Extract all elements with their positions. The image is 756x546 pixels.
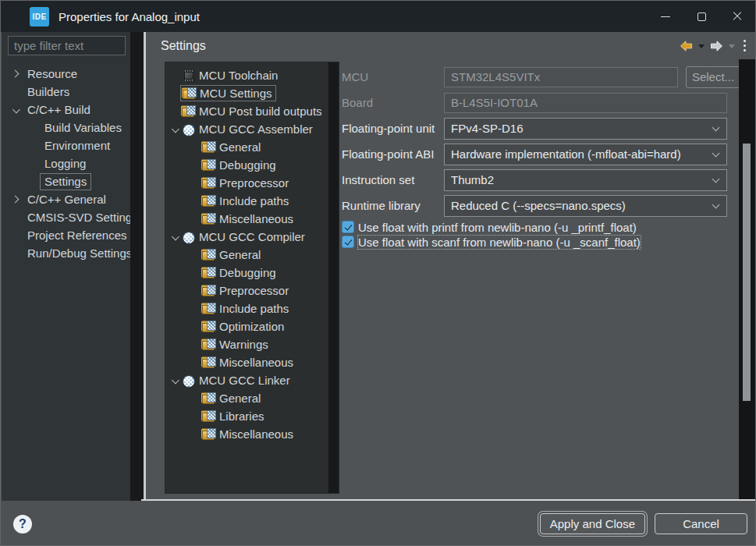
floating-point-unit-select[interactable]: FPv4-SP-D16 — [444, 118, 727, 140]
chevron-down-icon — [712, 124, 720, 132]
tree-item-compiler-warnings[interactable]: Warnings — [165, 335, 329, 353]
properties-dialog: IDE Properties for Analog_input Resource… — [0, 0, 756, 546]
sidebar-item-resource[interactable]: Resource — [2, 65, 130, 83]
question-mark-icon: ? — [19, 517, 27, 531]
printf-float-checkbox[interactable] — [342, 221, 354, 233]
wheel-icon — [182, 231, 196, 243]
content-scrollbar-track[interactable] — [739, 59, 755, 499]
content-scrollbar-thumb[interactable] — [743, 144, 751, 401]
chevron-right-icon[interactable] — [12, 70, 20, 78]
back-history-dropdown-icon[interactable] — [698, 44, 705, 48]
wheel-icon — [182, 374, 196, 387]
fabi-label: Floating-point ABI — [342, 144, 434, 165]
close-icon — [732, 11, 743, 22]
forward-arrow-icon[interactable] — [710, 40, 723, 52]
runtime-library-select[interactable]: Reduced C (--specs=nano.specs) — [444, 195, 727, 217]
scanf-float-checkbox[interactable] — [342, 236, 354, 248]
cancel-button[interactable]: Cancel — [655, 513, 747, 534]
tree-item-assembler-include-paths[interactable]: Include paths — [165, 192, 329, 210]
filter-input[interactable] — [8, 36, 126, 55]
printf-float-label: Use float with printf from newlib-nano (… — [358, 221, 637, 234]
tree-item-compiler-optimization[interactable]: Optimization — [165, 317, 329, 335]
tree-item-compiler-miscellaneous[interactable]: Miscellaneous — [165, 353, 329, 371]
chevron-right-icon[interactable] — [12, 196, 20, 204]
board-field: B-L4S5I-IOT01A — [444, 93, 727, 113]
minimize-button[interactable] — [648, 1, 683, 32]
board-label: Board — [342, 93, 373, 113]
tree-item-mcu-post-build[interactable]: MCU Post build outputs — [165, 102, 329, 120]
sidebar-item-project-references[interactable]: Project References — [2, 226, 130, 244]
folder-icon — [182, 105, 196, 118]
tree-item-mcu-gcc-assembler[interactable]: MCU GCC Assembler — [165, 120, 329, 138]
sidebar-item-cpp-build[interactable]: C/C++ Build — [2, 101, 130, 119]
tree-item-mcu-gcc-linker[interactable]: MCU GCC Linker — [165, 371, 329, 389]
sidebar-item-builders[interactable]: Builders — [2, 83, 130, 101]
sidebar-item-settings[interactable]: Settings — [2, 172, 130, 190]
chevron-down-icon[interactable] — [12, 106, 20, 114]
sidebar-item-cmsis-svd[interactable]: CMSIS-SVD Settings — [2, 208, 130, 226]
category-sidebar: Resource Builders C/C++ Build Build Vari… — [2, 32, 130, 501]
chevron-down-icon — [712, 176, 720, 183]
close-button[interactable] — [719, 1, 755, 32]
fpu-label: Floating-point unit — [342, 118, 435, 140]
tree-item-assembler-general[interactable]: General — [165, 138, 329, 156]
folder-icon — [202, 321, 216, 333]
mcu-select-button: Select... — [686, 66, 740, 88]
tree-item-linker-miscellaneous[interactable]: Miscellaneous — [165, 425, 329, 443]
scanf-float-label: Use float with scanf from newlib-nano (-… — [358, 236, 641, 249]
tree-item-assembler-debugging[interactable]: Debugging — [165, 156, 329, 174]
sidebar-item-logging[interactable]: Logging — [2, 154, 130, 172]
tree-item-mcu-settings[interactable]: MCU Settings — [165, 84, 329, 102]
tree-item-linker-general[interactable]: General — [165, 389, 329, 407]
tree-item-compiler-include-paths[interactable]: Include paths — [165, 300, 329, 317]
help-button[interactable]: ? — [13, 515, 32, 534]
back-arrow-icon[interactable] — [680, 40, 693, 52]
forward-history-dropdown-icon — [729, 44, 735, 48]
chevron-down-icon — [712, 150, 720, 158]
folder-icon — [202, 303, 216, 315]
tree-item-compiler-preprocessor[interactable]: Preprocessor — [165, 282, 329, 300]
mcu-field: STM32L4S5VITx — [444, 67, 678, 87]
sidebar-item-run-debug[interactable]: Run/Debug Settings — [2, 244, 130, 262]
folder-icon — [183, 87, 197, 100]
folder-icon — [202, 141, 216, 154]
chevron-down-icon[interactable] — [172, 126, 179, 133]
tree-item-mcu-toolchain[interactable]: MCU Toolchain — [165, 66, 329, 84]
folder-icon — [202, 392, 216, 405]
tree-item-compiler-general[interactable]: General — [165, 246, 329, 264]
tree-item-linker-libraries[interactable]: Libraries — [165, 407, 329, 425]
tree-item-assembler-miscellaneous[interactable]: Miscellaneous — [165, 210, 329, 228]
window-title: Properties for Analog_input — [59, 10, 200, 23]
floating-point-abi-select[interactable]: Hardware implementation (-mfloat-abi=har… — [444, 144, 727, 165]
maximize-icon — [697, 12, 706, 21]
settings-header: Settings — [146, 32, 756, 59]
folder-icon — [202, 195, 216, 207]
folder-icon — [202, 428, 216, 441]
chevron-down-icon — [712, 201, 720, 209]
sidebar-scrollbar-track[interactable] — [130, 32, 144, 501]
sidebar-item-cpp-general[interactable]: C/C++ General — [2, 190, 130, 208]
title-bar: IDE Properties for Analog_input — [1, 1, 755, 32]
folder-icon — [202, 267, 216, 279]
sidebar-item-environment[interactable]: Environment — [2, 136, 130, 154]
mcu-label: MCU — [342, 67, 368, 87]
runtime-library-label: Runtime library — [342, 195, 421, 217]
folder-icon — [202, 410, 216, 423]
tree-scrollbar-track[interactable] — [328, 62, 339, 493]
tree-item-compiler-debugging[interactable]: Debugging — [165, 264, 329, 282]
chevron-down-icon[interactable] — [172, 233, 179, 241]
tree-item-assembler-preprocessor[interactable]: Preprocessor — [165, 174, 329, 192]
apply-and-close-button[interactable]: Apply and Close — [540, 513, 645, 534]
folder-icon — [202, 356, 216, 369]
tree-item-mcu-gcc-compiler[interactable]: MCU GCC Compiler — [165, 228, 329, 246]
folder-icon — [202, 249, 216, 261]
sidebar-item-build-variables[interactable]: Build Variables — [2, 119, 130, 136]
view-menu-icon[interactable] — [744, 40, 746, 42]
settings-content: MCU Toolchain MCU Settings MCU Post buil… — [146, 59, 756, 499]
toolchain-settings-tree: MCU Toolchain MCU Settings MCU Post buil… — [165, 62, 339, 494]
maximize-button[interactable] — [683, 1, 719, 32]
wheel-icon — [182, 123, 196, 136]
instruction-set-select[interactable]: Thumb2 — [444, 169, 727, 191]
selected-item-box: MCU Settings — [180, 85, 276, 101]
chevron-down-icon[interactable] — [172, 377, 179, 385]
